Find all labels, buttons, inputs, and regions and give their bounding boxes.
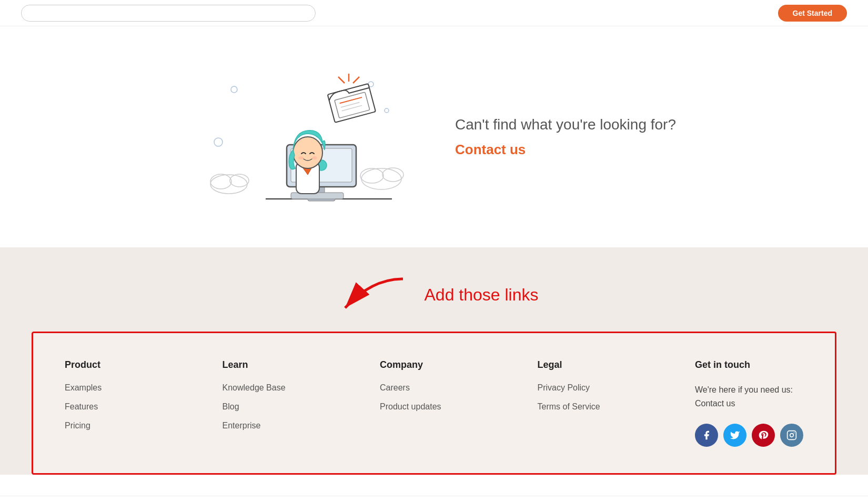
get-started-button[interactable]: Get Started	[778, 5, 847, 22]
footer-heading-company: Company	[380, 359, 464, 370]
pinterest-icon[interactable]	[752, 424, 775, 447]
svg-point-27	[298, 156, 304, 159]
annotation-row: Add those links	[0, 263, 868, 321]
twitter-icon[interactable]	[723, 424, 746, 447]
svg-point-26	[293, 137, 322, 168]
facebook-icon[interactable]	[695, 424, 718, 447]
bottom-footer: teachable All rights reserved Teachable™…	[0, 496, 868, 501]
footer-col-get-in-touch: Get in touch We're here if you need us: …	[695, 359, 803, 447]
footer-link-pricing[interactable]: Pricing	[65, 421, 149, 430]
annotation-arrow	[329, 274, 413, 316]
footer-link-product-updates[interactable]: Product updates	[380, 402, 464, 412]
svg-rect-30	[788, 431, 796, 440]
footer-link-blog[interactable]: Blog	[223, 402, 307, 412]
hero-section: Can't find what you're looking for? Cont…	[0, 26, 868, 247]
footer-heading-get-in-touch: Get in touch	[695, 359, 803, 370]
footer-link-examples[interactable]: Examples	[65, 383, 149, 393]
svg-point-2	[385, 108, 389, 113]
contact-us-link[interactable]: Contact us	[455, 142, 676, 158]
social-icons	[695, 424, 803, 447]
search-bar[interactable]	[21, 5, 316, 22]
svg-point-28	[312, 156, 317, 159]
get-in-touch-contact-link[interactable]: Contact us	[695, 399, 735, 408]
footer-col-learn: Learn Knowledge Base Blog Enterprise	[223, 359, 307, 430]
svg-point-3	[214, 138, 223, 146]
svg-line-16	[338, 77, 345, 83]
illustration-container	[192, 58, 413, 216]
footer-link-enterprise[interactable]: Enterprise	[223, 421, 307, 430]
instagram-icon[interactable]	[780, 424, 803, 447]
svg-point-8	[360, 168, 383, 183]
footer-col-legal: Legal Privacy Policy Terms of Service	[538, 359, 622, 412]
footer-col-product: Product Examples Features Pricing	[65, 359, 149, 430]
annotation-section: Add those links Product Examples Feature…	[0, 247, 868, 475]
footer-heading-product: Product	[65, 359, 149, 370]
svg-point-5	[210, 174, 231, 189]
footer-links-box: Product Examples Features Pricing Learn …	[32, 332, 836, 475]
svg-point-0	[231, 86, 237, 93]
get-in-touch-line1: We're here if you need us:	[695, 385, 793, 394]
hero-illustration	[192, 58, 413, 216]
hero-text-block: Can't find what you're looking for? Cont…	[455, 116, 676, 158]
footer-heading-legal: Legal	[538, 359, 622, 370]
footer-heading-learn: Learn	[223, 359, 307, 370]
footer-link-privacy-policy[interactable]: Privacy Policy	[538, 383, 622, 393]
footer-link-careers[interactable]: Careers	[380, 383, 464, 393]
footer-link-knowledge-base[interactable]: Knowledge Base	[223, 383, 307, 393]
footer-link-features[interactable]: Features	[65, 402, 149, 412]
footer-link-terms-of-service[interactable]: Terms of Service	[538, 402, 622, 412]
svg-point-4	[210, 175, 247, 194]
footer-col-company: Company Careers Product updates	[380, 359, 464, 412]
svg-line-17	[353, 77, 359, 83]
top-bar: Get Started	[0, 0, 868, 26]
cant-find-text: Can't find what you're looking for?	[455, 116, 676, 133]
annotation-text: Add those links	[424, 285, 538, 305]
get-in-touch-description: We're here if you need us: Contact us	[695, 383, 803, 410]
